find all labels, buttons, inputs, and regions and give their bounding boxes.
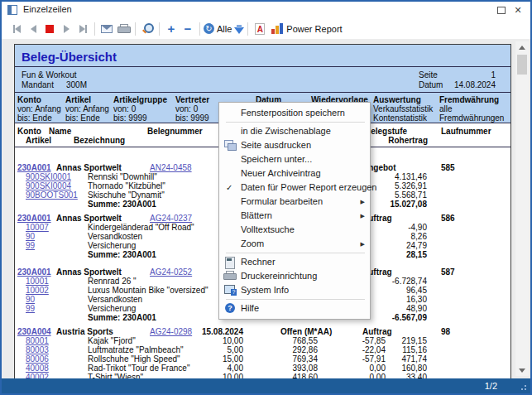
- article-link[interactable]: 80006: [26, 354, 49, 364]
- menu-item[interactable]: Hilfe: [219, 301, 370, 316]
- nav-next-button[interactable]: [58, 21, 74, 36]
- article-link[interactable]: 10001: [26, 277, 49, 286]
- nav-last-button[interactable]: [74, 21, 91, 36]
- vertical-scrollbar[interactable]: [515, 41, 529, 376]
- menu-item-label: Neuer Archiveintrag: [241, 168, 321, 178]
- power-report-button[interactable]: Power Report: [271, 21, 342, 36]
- rohertrag-cell: 115,16: [402, 345, 427, 354]
- konto-link[interactable]: 230A001: [17, 214, 51, 223]
- menu-item-label: Druckereinrichtung: [241, 271, 317, 281]
- menu-item[interactable]: Druckereinrichtung: [219, 269, 370, 283]
- article-link[interactable]: 900SKI0001: [26, 172, 71, 181]
- calculator-icon: [223, 257, 237, 267]
- submenu-arrow-icon: ▶: [361, 209, 365, 223]
- bezeichnung-cell: Versicherung: [88, 241, 136, 250]
- menu-item-label: Speichern unter...: [241, 154, 312, 164]
- menu-item[interactable]: System Info: [219, 283, 370, 297]
- menu-item[interactable]: Blättern▶: [219, 209, 370, 223]
- menu-item[interactable]: in die Zwischenablage: [219, 124, 370, 138]
- scroll-thumb[interactable]: [517, 55, 527, 75]
- nav-prev-button[interactable]: [25, 21, 41, 36]
- bezeichnung-cell: Versandkosten: [88, 232, 142, 241]
- article-link[interactable]: 90BOOTS001: [26, 190, 78, 200]
- pdf-export-button[interactable]: A: [252, 21, 268, 36]
- wert-cell: 768,55: [292, 336, 318, 345]
- konto-link[interactable]: 230A001: [17, 163, 51, 172]
- help-icon: [223, 303, 237, 314]
- maximize-button[interactable]: [494, 3, 509, 17]
- article-link[interactable]: 10002: [26, 286, 49, 295]
- article-link[interactable]: 40008: [26, 364, 49, 373]
- menu-item[interactable]: Zoom▶: [219, 237, 370, 251]
- customer-name: Annas Sportwelt: [56, 163, 122, 172]
- article-link[interactable]: 80003: [26, 345, 49, 354]
- table-row: 40008Rad-Trikot "Tour de France"4,00393,…: [15, 364, 510, 373]
- menu-item[interactable]: Speichern unter...: [219, 152, 370, 166]
- bezeichnung-cell: Rennrad 26 ": [88, 277, 137, 286]
- menu-item-label: Rechner: [241, 257, 276, 267]
- load-all-button[interactable]: ↻ Alle: [204, 21, 244, 36]
- menu-item[interactable]: Volltextsuche: [219, 223, 370, 237]
- filter-bis-value: bis: Ende: [65, 113, 100, 123]
- rohertrag-cell: 5.568,71: [395, 190, 427, 200]
- filter-label: Artikel: [65, 95, 91, 104]
- toolbar-separator: [199, 22, 200, 36]
- menu-item[interactable]: Rechner: [219, 255, 370, 269]
- menu-item[interactable]: Formular bearbeiten▶: [219, 195, 370, 209]
- menu-item[interactable]: Neuer Archiveintrag: [219, 166, 370, 181]
- column-header-bezeichnung: Bezeichnung: [74, 136, 125, 145]
- zoom-button[interactable]: [139, 21, 156, 36]
- konto-link[interactable]: 230A001: [17, 267, 51, 277]
- scroll-up-button[interactable]: [515, 41, 529, 53]
- send-mail-button[interactable]: [98, 21, 115, 36]
- article-link[interactable]: 80001: [26, 336, 49, 345]
- scroll-down-button[interactable]: [515, 364, 529, 376]
- menu-item-label: Blättern: [241, 210, 272, 220]
- zoom-out-button[interactable]: −: [180, 21, 196, 36]
- article-link[interactable]: 10007: [26, 223, 49, 232]
- menu-item[interactable]: Seite ausdrucken: [219, 138, 370, 152]
- divider: [15, 66, 510, 67]
- resize-grip[interactable]: [520, 383, 526, 390]
- menge-cell: 4,00: [228, 364, 243, 373]
- print-button[interactable]: [115, 21, 132, 36]
- last-arrow-icon: [79, 25, 85, 33]
- menu-item[interactable]: Fensterposition speichern: [219, 106, 370, 120]
- close-button[interactable]: ✕: [510, 3, 525, 17]
- stop-button[interactable]: [41, 21, 58, 36]
- toolbar-separator: [94, 22, 95, 36]
- context-menu: Fensterposition speichernin die Zwischen…: [218, 102, 371, 320]
- abschlag-cell: -57,91: [362, 354, 386, 364]
- printer2-icon: [223, 271, 237, 282]
- document-group: 230A004Austria SportsAG24-029815.08.2024…: [15, 327, 510, 378]
- beleg-link[interactable]: AG24-0298: [150, 327, 192, 336]
- abschlag-cell: 0,00: [370, 373, 386, 378]
- seite-value: 1: [491, 70, 496, 79]
- datum-cell: 15.08.2024: [202, 327, 243, 336]
- nav-first-button[interactable]: [8, 21, 25, 36]
- article-link[interactable]: 40002: [26, 373, 49, 378]
- article-link[interactable]: 900SKI0004: [26, 181, 71, 190]
- article-link[interactable]: 90: [26, 232, 35, 241]
- refresh-icon: ↻: [204, 23, 214, 34]
- status-cell: Offen (M*AA): [280, 327, 332, 336]
- article-link[interactable]: 90: [26, 295, 35, 304]
- menu-separator: [226, 299, 365, 300]
- filter-von-value: von: 0: [113, 104, 136, 113]
- belegstufe-cell: Auftrag: [362, 327, 392, 336]
- filter-label: Konto: [17, 95, 41, 104]
- beleg-link[interactable]: AG24-0237: [150, 214, 192, 223]
- menu-item[interactable]: ✓Daten für Power Report erzeugen: [219, 181, 370, 195]
- beleg-link[interactable]: AN24-0458: [150, 163, 192, 172]
- column-header-artikel: Artikel: [26, 136, 51, 145]
- article-link[interactable]: 99: [26, 304, 35, 313]
- power-report-icon: [271, 23, 283, 34]
- submenu-arrow-icon: ▶: [361, 195, 365, 209]
- beleg-link[interactable]: AG24-0252: [150, 267, 192, 277]
- abschlag-cell: -57,85: [362, 336, 386, 345]
- article-link[interactable]: 99: [26, 241, 35, 250]
- filter-label: Vertreter: [175, 95, 209, 104]
- konto-link[interactable]: 230A004: [17, 327, 51, 336]
- column-header-belegstufe: Belegstufe: [365, 127, 407, 136]
- zoom-in-button[interactable]: +: [163, 21, 180, 36]
